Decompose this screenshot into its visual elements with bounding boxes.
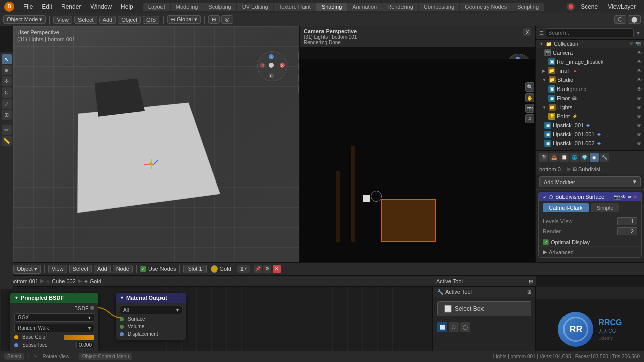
tool-transform[interactable]: ⊞	[2, 110, 12, 120]
outliner-item-floor[interactable]: ▣ Floor 🏔 👁	[536, 94, 644, 103]
tab-layout[interactable]: Layout	[143, 3, 170, 11]
node-object-mode[interactable]: Object ▾	[13, 265, 41, 274]
tool-icon-1[interactable]: ⬜	[437, 322, 447, 332]
render-engine-icon[interactable]: 🔴	[567, 3, 575, 11]
mod-realtime-icon[interactable]: 👁	[621, 194, 626, 200]
mod-delete-icon[interactable]: ✕	[633, 194, 637, 200]
gis-btn[interactable]: GIS	[143, 16, 159, 24]
node-btn-x[interactable]: ✕	[273, 265, 281, 273]
mode-selector[interactable]: Object Mode ▾	[3, 15, 46, 24]
nav-center[interactable]	[269, 63, 274, 68]
tab-scripting[interactable]: Scripting	[512, 3, 544, 11]
prop-icon-scene[interactable]: 🌐	[570, 153, 579, 162]
use-nodes-check[interactable]: ✓	[140, 266, 146, 272]
outliner-search[interactable]	[546, 28, 634, 37]
outliner-item-lipstick001-003[interactable]: ▣ Lipstick_001.003 ◈ 👁	[536, 148, 644, 149]
mod-check[interactable]: ✓	[543, 194, 547, 200]
prop-icon-object[interactable]: ▣	[590, 153, 599, 162]
tool-move[interactable]: ✛	[2, 76, 12, 86]
snap-btn[interactable]: ⊞	[208, 15, 220, 24]
tab-rendering[interactable]: Rendering	[382, 3, 418, 11]
nav-gizmo[interactable]: T X B -X	[257, 51, 287, 81]
ref-eye[interactable]: 👁	[637, 59, 642, 65]
viewport-shading-btn[interactable]: ⬡	[614, 15, 626, 24]
menu-render[interactable]: Render	[57, 2, 85, 11]
outliner-item-final[interactable]: ▶ 📁 Final 🔺 👁	[536, 66, 644, 75]
tab-compositing[interactable]: Compositing	[419, 3, 459, 11]
studio-eye[interactable]: 👁	[637, 77, 642, 83]
tab-texture-paint[interactable]: Texture Paint	[274, 3, 316, 11]
view-btn[interactable]: View	[53, 16, 72, 24]
tab-uv-editing[interactable]: UV Editing	[237, 3, 273, 11]
menu-window[interactable]: Window	[86, 2, 116, 11]
target-dropdown[interactable]: All ▾	[120, 306, 182, 314]
collection-eye[interactable]: 👁	[629, 41, 634, 46]
prop-icon-render[interactable]: 🎬	[539, 153, 548, 162]
active-tool-expand[interactable]: ⊞	[527, 289, 531, 295]
status-select-btn[interactable]: Select	[4, 353, 24, 360]
principled-bsdf-node[interactable]: ▼ Principled BSDF BSDF GGX ▾	[10, 293, 98, 359]
lip001-001-eye[interactable]: 👁	[637, 132, 642, 137]
select-btn[interactable]: Select	[74, 16, 97, 24]
floor-eye[interactable]: 👁	[637, 96, 642, 101]
cam-grid-btn[interactable]: #	[525, 114, 534, 123]
camera-eye[interactable]: 👁	[637, 50, 642, 56]
menu-edit[interactable]: Edit	[38, 2, 56, 11]
active-tool-expand-btn[interactable]: ⊞	[529, 279, 533, 284]
prop-icon-output[interactable]: 📤	[549, 153, 558, 162]
material-output-node[interactable]: ▼ Material Output All ▾ Surface	[116, 293, 186, 340]
tab-simple[interactable]: Simple	[591, 203, 620, 212]
camera-close-btn[interactable]: X	[523, 28, 531, 36]
tab-catmull-clark[interactable]: Catmull-Clark	[543, 203, 589, 212]
subsurface-dropdown[interactable]: Random Walk ▾	[14, 324, 94, 332]
tab-modeling[interactable]: Modeling	[171, 3, 203, 11]
node-add-btn[interactable]: Add	[94, 265, 111, 273]
outliner-item-studio[interactable]: ▼ 📁 Studio 👁	[536, 75, 644, 84]
advanced-header[interactable]: ▶ Advanced	[543, 249, 637, 255]
mod-camera-icon[interactable]: 📷	[614, 194, 620, 200]
base-color-swatch[interactable]	[64, 335, 94, 340]
principled-collapse-icon[interactable]: ▼	[14, 295, 19, 300]
tab-shading[interactable]: Shading	[316, 3, 347, 11]
outliner-item-lipstick001[interactable]: ▣ Lipstick_001 ◈ 👁	[536, 121, 644, 130]
transform-global[interactable]: ⊕ Global ▾	[167, 15, 201, 24]
node-editor[interactable]: ▼ Principled BSDF BSDF GGX ▾	[0, 287, 433, 359]
lights-eye[interactable]: 👁	[637, 105, 642, 110]
prop-icon-modifier[interactable]: 🔧	[600, 153, 609, 162]
node-btn-pin[interactable]: 📌	[254, 265, 262, 273]
node-view-btn[interactable]: View	[48, 265, 67, 273]
outliner-item-camera[interactable]: 📷 Camera 👁	[536, 48, 644, 57]
mod-edit-icon[interactable]: ✏	[628, 194, 632, 200]
left-viewport-area[interactable]: ↖ ⊕ ✛ ↻ ⤢ ⊞ ✏ 📏 User Perspective (31) Li…	[0, 26, 299, 262]
prop-icon-world[interactable]: 🌍	[580, 153, 589, 162]
tool-select[interactable]: ↖	[2, 54, 12, 64]
outliner-item-point[interactable]: 💡 Point ⚡ 👁	[536, 112, 644, 121]
lip001-002-eye[interactable]: 👁	[637, 141, 642, 146]
tool-measure[interactable]: 📏	[2, 136, 12, 146]
menu-file[interactable]: File	[19, 2, 37, 11]
tool-rotate[interactable]: ↻	[2, 87, 12, 98]
node-select-btn[interactable]: Select	[69, 265, 92, 273]
render-value[interactable]: 2	[617, 227, 637, 235]
node-node-btn[interactable]: Node	[113, 265, 133, 273]
final-eye[interactable]: 👁	[637, 68, 642, 74]
subsurface-value[interactable]: 0.000	[76, 342, 94, 348]
optimal-display-check[interactable]: ✓	[543, 239, 549, 245]
tool-icon-2[interactable]: ⬡	[449, 322, 459, 332]
object-btn[interactable]: Object	[118, 16, 141, 24]
mat-output-collapse[interactable]: ▼	[120, 295, 124, 300]
tool-annotate[interactable]: ✏	[2, 125, 12, 135]
add-btn[interactable]: Add	[99, 16, 116, 24]
distribution-dropdown[interactable]: GGX ▾	[14, 313, 94, 322]
proportional-btn[interactable]: ◎	[221, 15, 233, 24]
cam-zoom-btn[interactable]: 🔍	[525, 82, 534, 92]
lip001-eye[interactable]: 👁	[637, 123, 642, 128]
point-eye[interactable]: 👁	[637, 114, 642, 119]
viewport-3d[interactable]: User Perspective (31) Lights | bottom.00…	[13, 26, 312, 262]
outliner-item-lipstick001-002[interactable]: ▣ Lipstick_001.002 ◈ 👁	[536, 139, 644, 148]
prop-icon-view-layer[interactable]: 📋	[559, 153, 569, 162]
viewport-overlay-btn[interactable]: ⬤	[628, 15, 641, 24]
outliner-item-lights[interactable]: ▼ 📁 Lights 👁	[536, 103, 644, 112]
camera-viewport-area[interactable]: Camera Perspective (31) Lights | bottom.…	[299, 26, 536, 262]
menu-help[interactable]: Help	[117, 2, 137, 11]
